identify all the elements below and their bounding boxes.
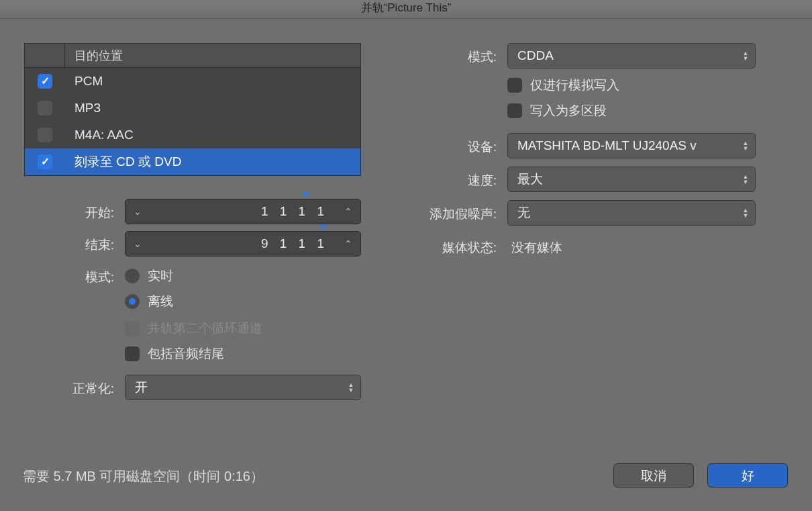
checkbox-pcm[interactable] (38, 74, 52, 89)
destination-row-pcm[interactable]: PCM (25, 68, 360, 95)
ok-button[interactable]: 好 (707, 463, 788, 487)
second-cycle-label: 并轨第二个循环通道 (148, 320, 262, 337)
checkbox-icon[interactable] (125, 346, 140, 361)
destination-row-m4a[interactable]: M4A: AAC (25, 122, 360, 148)
updown-icon[interactable]: ▲▼ (736, 50, 755, 61)
normalize-label: 正常化: (27, 380, 114, 398)
checkbox-burn[interactable] (38, 154, 52, 169)
updown-icon[interactable]: ▲▼ (736, 207, 755, 218)
checkbox-m4a[interactable] (38, 128, 52, 142)
include-tail-label: 包括音频结尾 (148, 345, 224, 363)
start-stepper[interactable]: ⌄ 1 1 1 1 ⌃ (125, 199, 361, 224)
updown-icon[interactable]: ▲▼ (342, 382, 360, 393)
destination-row-label: MP3 (65, 95, 101, 122)
radio-offline[interactable]: 离线 (125, 293, 173, 310)
checkbox-second-cycle: 并轨第二个循环通道 (125, 320, 262, 337)
speed-label: 速度: (403, 172, 497, 189)
media-state-value: 没有媒体 (511, 239, 562, 257)
playhead-marker-icon (302, 192, 310, 197)
radio-icon[interactable] (125, 294, 140, 309)
normalize-dropdown[interactable]: 开 ▲▼ (125, 375, 361, 400)
checkbox-multisession[interactable]: 写入为多区段 (507, 102, 607, 120)
multisession-label: 写入为多区段 (530, 102, 607, 120)
destination-header-checkbox-col (25, 44, 65, 67)
window-title: 并轨“Picture This” (361, 1, 452, 14)
destination-header-label: 目的位置 (65, 44, 123, 67)
destination-row-burn[interactable]: 刻录至 CD 或 DVD (25, 148, 360, 175)
normalize-value: 开 (125, 379, 342, 396)
destination-row-label: M4A: AAC (65, 122, 134, 148)
device-dropdown[interactable]: MATSHITA BD-MLT UJ240AS v ▲▼ (507, 133, 756, 158)
burn-mode-label: 模式: (403, 48, 497, 66)
updown-icon[interactable]: ▲▼ (736, 140, 755, 151)
end-stepper[interactable]: ⌄ 9 1 1 1 ⌃ (125, 231, 361, 257)
cancel-button-label: 取消 (641, 469, 666, 483)
checkbox-icon[interactable] (507, 78, 522, 93)
checkbox-include-tail[interactable]: 包括音频结尾 (125, 345, 224, 363)
footer-status: 需要 5.7 MB 可用磁盘空间（时间 0:16） (23, 467, 264, 485)
dither-label: 添加假噪声: (376, 205, 497, 223)
burn-mode-value: CDDA (508, 48, 736, 63)
device-label: 设备: (403, 138, 497, 156)
radio-realtime-label: 实时 (148, 267, 173, 285)
end-value[interactable]: 9 1 1 1 (150, 236, 336, 251)
content-area: 目的位置 PCM MP3 M4A: AAC 刻录至 CD 或 DVD 开始: ⌄… (0, 19, 812, 511)
media-state-label: 媒体状态: (376, 239, 497, 257)
destination-row-label: PCM (65, 68, 103, 95)
window-titlebar: 并轨“Picture This” (0, 0, 812, 19)
burn-mode-dropdown[interactable]: CDDA ▲▼ (507, 43, 756, 68)
chevron-up-icon[interactable]: ⌃ (336, 206, 360, 217)
destination-row-label: 刻录至 CD 或 DVD (65, 148, 181, 175)
bounce-mode-label: 模式: (40, 269, 114, 286)
chevron-down-icon[interactable]: ⌄ (125, 206, 150, 217)
end-label: 结束: (40, 236, 114, 254)
simulate-label: 仅进行模拟写入 (530, 77, 619, 94)
checkbox-simulate[interactable]: 仅进行模拟写入 (507, 77, 619, 94)
destination-row-mp3[interactable]: MP3 (25, 95, 360, 122)
destination-table: 目的位置 PCM MP3 M4A: AAC 刻录至 CD 或 DVD (24, 43, 361, 176)
radio-offline-label: 离线 (148, 293, 173, 310)
start-label: 开始: (40, 204, 114, 222)
chevron-down-icon[interactable]: ⌄ (125, 238, 150, 249)
radio-realtime[interactable]: 实时 (125, 267, 173, 285)
checkbox-mp3[interactable] (38, 101, 52, 115)
updown-icon[interactable]: ▲▼ (736, 174, 755, 185)
dither-dropdown[interactable]: 无 ▲▼ (507, 200, 756, 226)
ok-button-label: 好 (742, 469, 754, 483)
dither-value: 无 (508, 204, 736, 222)
radio-icon[interactable] (125, 269, 140, 283)
speed-dropdown[interactable]: 最大 ▲▼ (507, 167, 756, 192)
cancel-button[interactable]: 取消 (613, 463, 694, 487)
speed-value: 最大 (508, 171, 736, 188)
destination-header: 目的位置 (25, 44, 360, 68)
checkbox-icon (125, 321, 140, 336)
device-value: MATSHITA BD-MLT UJ240AS v (508, 138, 736, 153)
checkbox-icon[interactable] (507, 103, 522, 118)
playhead-marker-icon (319, 225, 327, 230)
start-value[interactable]: 1 1 1 1 (150, 204, 336, 219)
chevron-up-icon[interactable]: ⌃ (336, 238, 360, 249)
